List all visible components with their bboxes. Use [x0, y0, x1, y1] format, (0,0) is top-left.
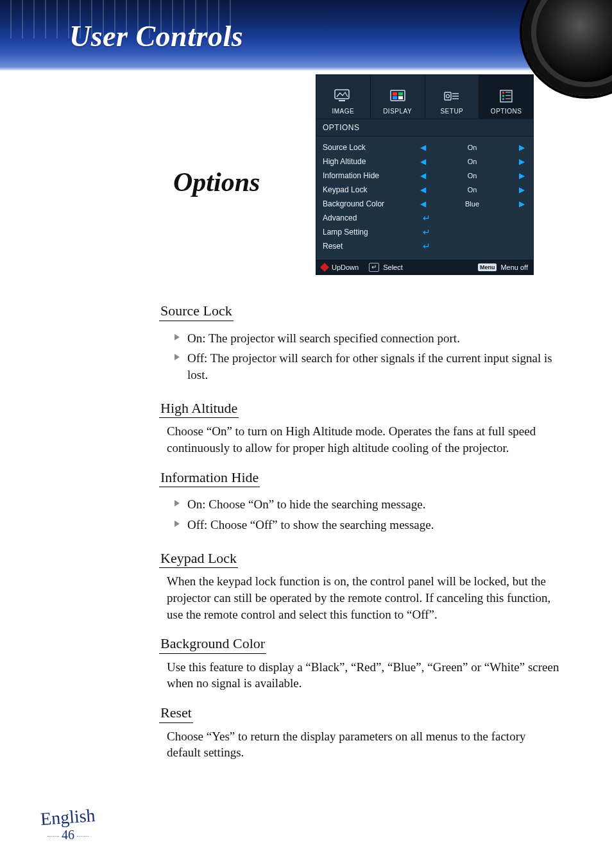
display-icon — [387, 87, 408, 105]
svg-rect-14 — [502, 95, 504, 97]
heading-reset: Reset — [159, 703, 193, 723]
svg-rect-5 — [393, 96, 397, 99]
osd-row-label: Reset — [323, 242, 418, 251]
svg-rect-15 — [502, 98, 504, 100]
osd-row-lamp-setting[interactable]: Lamp Setting ↵ — [323, 225, 527, 239]
osd-tab-label: DISPLAY — [383, 108, 412, 115]
setup-icon — [441, 87, 462, 105]
osd-row-label: Keypad Lock — [323, 185, 418, 194]
lens-graphic — [522, 0, 612, 96]
body-content: Source Lock On: The projector will searc… — [163, 290, 561, 761]
heading-information-hide: Information Hide — [159, 468, 260, 488]
arrow-left-icon: ◀ — [418, 157, 428, 166]
enter-key-icon: ↵ — [369, 263, 379, 272]
arrow-right-icon: ▶ — [516, 143, 527, 152]
osd-row-label: Source Lock — [323, 143, 418, 152]
osd-menu: IMAGE DISPLAY SETUP OPTIONS OPT — [316, 74, 534, 275]
osd-row-reset[interactable]: Reset ↵ — [323, 239, 527, 253]
svg-rect-7 — [445, 92, 451, 100]
list-item: Off: The projector will search for other… — [174, 350, 561, 383]
osd-subhead: OPTIONS — [316, 119, 533, 137]
osd-row-value: On — [428, 172, 516, 179]
arrow-right-icon: ▶ — [516, 157, 527, 166]
osd-row-background-color[interactable]: Background Color ◀ Blue ▶ — [323, 197, 527, 211]
arrow-left-icon: ◀ — [418, 171, 428, 180]
arrow-right-icon: ▶ — [516, 171, 527, 180]
osd-row-advanced[interactable]: Advanced ↵ — [323, 211, 527, 225]
paragraph: Choose “Yes” to return the display param… — [167, 728, 561, 761]
svg-rect-4 — [398, 92, 403, 96]
osd-footer-menu-off: Menu off — [500, 263, 528, 271]
osd-row-information-hide[interactable]: Information Hide ◀ On ▶ — [323, 169, 527, 183]
list-item: Off: Choose “Off” to show the searching … — [174, 517, 561, 533]
osd-row-label: Lamp Setting — [323, 228, 418, 237]
footer-page-number: 46 — [30, 828, 106, 842]
svg-point-8 — [446, 95, 450, 98]
options-icon — [496, 87, 516, 105]
osd-row-keypad-lock[interactable]: Keypad Lock ◀ On ▶ — [323, 183, 527, 197]
osd-tab-label: IMAGE — [332, 108, 355, 115]
svg-rect-3 — [393, 92, 397, 96]
heading-background-color: Background Color — [159, 634, 266, 654]
osd-tab-label: SETUP — [440, 108, 463, 115]
image-icon — [333, 87, 353, 105]
page-title: User Controls — [69, 19, 243, 53]
osd-tab-setup[interactable]: SETUP — [425, 75, 480, 119]
menu-key-icon: Menu — [478, 263, 497, 271]
heading-high-altitude: High Altitude — [159, 399, 239, 419]
osd-footer: UpDown ↵ Select Menu Menu off — [316, 260, 533, 274]
osd-tab-image[interactable]: IMAGE — [316, 75, 371, 119]
osd-row-high-altitude[interactable]: High Altitude ◀ On ▶ — [323, 154, 527, 169]
footer-language: English — [40, 805, 96, 830]
svg-rect-0 — [335, 90, 349, 99]
updown-icon — [320, 263, 329, 272]
header-band: User Controls — [0, 0, 612, 71]
heading-source-lock: Source Lock — [159, 301, 234, 321]
paragraph: When the keypad lock function is on, the… — [167, 573, 561, 622]
paragraph: Choose “On” to turn on High Altitude mod… — [167, 423, 561, 456]
osd-footer-updown: UpDown — [332, 263, 359, 271]
arrow-left-icon: ◀ — [418, 199, 428, 208]
osd-row-label: Background Color — [323, 199, 418, 208]
osd-row-label: High Altitude — [323, 157, 418, 166]
osd-rows: Source Lock ◀ On ▶ High Altitude ◀ On ▶ … — [316, 137, 533, 260]
svg-rect-6 — [398, 96, 403, 99]
list-item: On: The projector will search specified … — [174, 330, 561, 347]
list-item: On: Choose “On” to hide the searching me… — [174, 496, 561, 513]
arrow-left-icon: ◀ — [418, 143, 428, 152]
enter-icon: ↵ — [418, 241, 430, 251]
heading-keypad-lock: Keypad Lock — [159, 549, 238, 569]
page-footer: English 46 — [30, 807, 106, 842]
osd-row-label: Advanced — [323, 213, 418, 222]
enter-icon: ↵ — [418, 227, 430, 237]
paragraph: Use this feature to display a “Black”, “… — [167, 659, 561, 692]
arrow-left-icon: ◀ — [418, 185, 428, 194]
osd-row-value: On — [428, 186, 516, 194]
enter-icon: ↵ — [418, 213, 430, 223]
osd-tabs: IMAGE DISPLAY SETUP OPTIONS — [316, 75, 533, 119]
section-title: Options — [173, 167, 260, 197]
osd-footer-select: Select — [383, 263, 403, 271]
osd-tab-options[interactable]: OPTIONS — [479, 75, 533, 119]
svg-rect-13 — [502, 92, 504, 94]
osd-row-label: Information Hide — [323, 171, 418, 180]
osd-row-value: On — [428, 144, 516, 151]
osd-row-source-lock[interactable]: Source Lock ◀ On ▶ — [323, 140, 527, 154]
arrow-right-icon: ▶ — [516, 199, 527, 208]
osd-row-value: Blue — [428, 200, 516, 208]
osd-row-value: On — [428, 158, 516, 165]
osd-tab-label: OPTIONS — [491, 108, 522, 115]
osd-tab-display[interactable]: DISPLAY — [371, 75, 425, 119]
arrow-right-icon: ▶ — [516, 185, 527, 194]
svg-rect-1 — [339, 100, 345, 101]
